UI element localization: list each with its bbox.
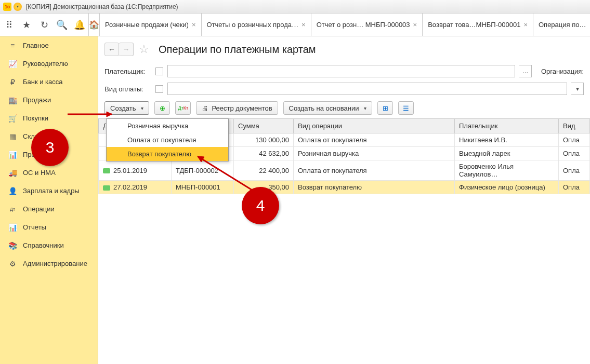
sidebar-item-label: Справочники <box>23 241 64 249</box>
search-icon[interactable]: 🔍 <box>53 14 71 36</box>
chart-icon: 📈 <box>7 60 18 68</box>
sidebar-item-label: ОС и НМА <box>23 169 56 177</box>
home-tab[interactable]: 🏠 <box>89 14 100 36</box>
cell-amount: 130 000,00 <box>234 133 294 147</box>
sidebar-item-label: Администрирование <box>23 260 87 267</box>
tab-return[interactable]: Возврат това…МНБП-000001 × <box>423 14 533 36</box>
table-row[interactable]: 25.01.2019 ТДБП-000002 22 400,00 Оплата … <box>99 160 590 181</box>
page-header: ← → ☆ Операции по платежным картам <box>98 36 590 62</box>
sidebar-item-label: Главное <box>23 42 49 49</box>
dropdown-item-retail[interactable]: Розничная выручка <box>107 119 228 133</box>
copy-icon: ⊕ <box>160 104 165 112</box>
sidebar-item-bank[interactable]: ₽ Банк и касса <box>0 73 98 91</box>
close-icon[interactable]: × <box>523 21 528 29</box>
dropdown-item-payment[interactable]: Оплата от покупателя <box>107 133 228 147</box>
svg-line-2 <box>198 156 252 190</box>
cell-operation: Оплата от покупателя <box>294 160 455 181</box>
history-icon[interactable]: ↻ <box>35 14 53 36</box>
cell-payer: Боровченко Илья Самуилов… <box>455 160 559 181</box>
toolbar-left-group: ⠿ ★ ↻ 🔍 🔔 <box>0 14 89 36</box>
payer-select-button[interactable]: … <box>519 65 532 77</box>
sidebar-item-admin[interactable]: ⚙ Администрирование <box>0 254 98 273</box>
col-payer[interactable]: Плательщик <box>455 119 559 133</box>
registry-button[interactable]: 🖨 Реестр документов <box>196 101 278 115</box>
cell-payer: Физическое лицо (розница) <box>455 181 559 194</box>
create-based-button[interactable]: Создать на основании ▾ <box>283 101 373 115</box>
sidebar-item-manager[interactable]: 📈 Руководителю <box>0 55 98 73</box>
copy-button[interactable]: ⊕ <box>154 101 170 115</box>
print-icon: 🖨 <box>202 104 208 112</box>
filter-payer-input[interactable] <box>167 65 515 77</box>
cell-payer: Выездной ларек <box>455 147 559 160</box>
person-icon: 👤 <box>7 187 18 195</box>
registry-label: Реестр документов <box>212 104 272 112</box>
tab-label: Отчет о розн… МНБП-000003 <box>317 21 410 29</box>
apps-icon[interactable]: ⠿ <box>0 14 18 36</box>
sidebar-item-reports[interactable]: 📊 Отчеты <box>0 218 98 236</box>
forward-button[interactable]: → <box>119 43 134 56</box>
app-logo-icon: 1с <box>3 3 11 11</box>
dt-kt-icon: ДтКт <box>178 105 189 111</box>
top-toolbar: ⠿ ★ ↻ 🔍 🔔 🏠 Розничные продажи (чеки) × О… <box>0 14 590 36</box>
list-button[interactable]: ☰ <box>398 101 414 115</box>
dt-kt-button[interactable]: ДтКт <box>175 101 191 115</box>
app-dropdown-icon[interactable]: ▾ <box>14 3 22 11</box>
ruble-icon: ₽ <box>7 78 18 86</box>
structure-button[interactable]: ⊞ <box>377 101 393 115</box>
sidebar-item-operations[interactable]: Дт Операции <box>0 200 98 218</box>
gear-icon: ⚙ <box>7 260 18 268</box>
tab-label: Отчеты о розничных прода… <box>207 21 299 29</box>
table-row[interactable]: 27.02.2019 МНБП-000001 350,00 Возврат по… <box>99 181 590 194</box>
sidebar-item-label: Зарплата и кадры <box>23 187 80 195</box>
close-icon[interactable]: × <box>301 21 306 29</box>
home-icon: ≡ <box>7 42 18 50</box>
callout-arrow-3 <box>62 109 114 119</box>
sidebar-item-assets[interactable]: 🚚 ОС и НМА <box>0 164 98 182</box>
filter-payer-checkbox[interactable] <box>155 68 163 75</box>
list-icon: ☰ <box>403 104 409 112</box>
chevron-down-icon: ▾ <box>364 105 366 111</box>
books-icon: 📚 <box>7 241 18 250</box>
sidebar-item-refs[interactable]: 📚 Справочники <box>0 236 98 254</box>
cell-operation: Оплата от покупателя <box>294 133 455 147</box>
cell-date: 25.01.2019 <box>99 160 172 181</box>
close-icon[interactable]: × <box>413 21 417 29</box>
filter-paytype-input[interactable] <box>167 83 567 95</box>
tab-retail-reports[interactable]: Отчеты о розничных прода… × <box>202 14 311 36</box>
tab-retail-report[interactable]: Отчет о розн… МНБП-000003 × <box>311 14 423 36</box>
col-paytype[interactable]: Вид <box>559 119 590 133</box>
dt-kt-icon: Дт <box>7 205 18 213</box>
tab-retail-sales[interactable]: Розничные продажи (чеки) × <box>100 14 202 36</box>
sidebar-item-label: Продажи <box>23 96 51 104</box>
sidebar-item-label: Отчеты <box>23 223 46 231</box>
paytype-dropdown-button[interactable]: ▾ <box>571 83 584 95</box>
tab-operation[interactable]: Операция по… <box>533 14 590 36</box>
sidebar-item-label: Руководителю <box>23 60 68 68</box>
command-bar: Создать ▾ ⊕ ДтКт 🖨 Реестр документов Соз… <box>98 98 590 118</box>
favorite-icon[interactable]: ☆ <box>139 43 149 56</box>
col-operation[interactable]: Вид операции <box>294 119 455 133</box>
tab-label: Возврат това…МНБП-000001 <box>428 21 520 29</box>
filter-payer-row: Плательщик: … Организация: <box>98 62 590 80</box>
sidebar-item-hr[interactable]: 👤 Зарплата и кадры <box>0 182 98 200</box>
grid-icon: ▦ <box>7 132 18 141</box>
tab-bar: 🏠 Розничные продажи (чеки) × Отчеты о ро… <box>89 14 590 36</box>
close-icon[interactable]: × <box>192 21 196 29</box>
filter-payer-label: Плательщик: <box>104 68 151 75</box>
create-based-label: Создать на основании <box>289 104 359 112</box>
main-content: ← → ☆ Операции по платежным картам Плате… <box>98 36 590 364</box>
bell-icon[interactable]: 🔔 <box>71 14 88 36</box>
sidebar-item-sales[interactable]: 🏬 Продажи <box>0 91 98 109</box>
star-icon[interactable]: ★ <box>18 14 35 36</box>
svg-marker-1 <box>107 112 112 117</box>
filter-paytype-checkbox[interactable] <box>155 85 163 93</box>
chevron-down-icon: ▾ <box>141 105 143 111</box>
col-amount[interactable]: Сумма <box>234 119 294 133</box>
page-title: Операции по платежным картам <box>159 44 316 56</box>
filter-paytype-label: Вид оплаты: <box>104 85 151 93</box>
back-button[interactable]: ← <box>104 43 119 56</box>
cell-operation: Возврат покупателю <box>294 181 455 194</box>
callout-badge-3: 3 <box>31 129 69 166</box>
sidebar-item-main[interactable]: ≡ Главное <box>0 36 98 55</box>
title-bar: 1с ▾ [КОПИЯ] Демонстрационная база (1С:П… <box>0 0 590 14</box>
